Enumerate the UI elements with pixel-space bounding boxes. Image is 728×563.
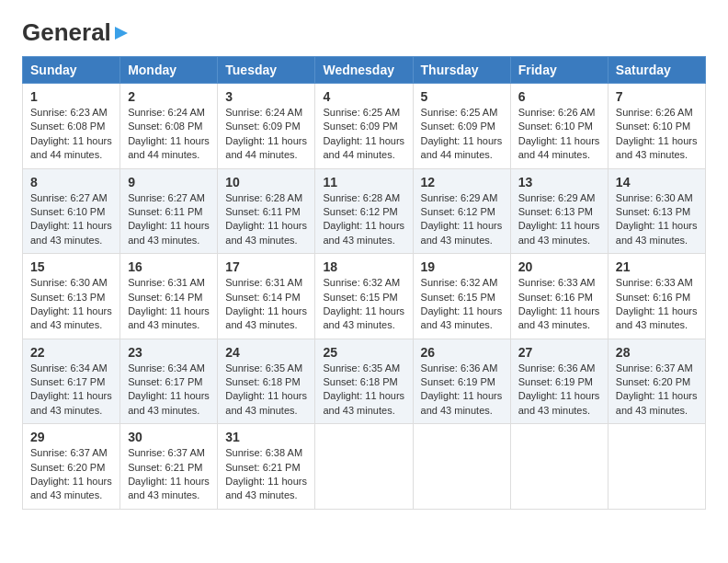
day-info: Sunrise: 6:32 AM Sunset: 6:15 PM Dayligh… xyxy=(421,276,503,333)
day-info: Sunrise: 6:26 AM Sunset: 6:10 PM Dayligh… xyxy=(518,106,600,163)
day-number: 30 xyxy=(128,430,210,444)
day-info: Sunrise: 6:36 AM Sunset: 6:19 PM Dayligh… xyxy=(518,362,600,419)
day-info: Sunrise: 6:37 AM Sunset: 6:20 PM Dayligh… xyxy=(616,362,698,419)
calendar-cell: 29 Sunrise: 6:37 AM Sunset: 6:20 PM Dayl… xyxy=(23,424,120,510)
calendar-cell: 31 Sunrise: 6:38 AM Sunset: 6:21 PM Dayl… xyxy=(218,424,315,510)
day-number: 8 xyxy=(30,175,112,190)
day-number: 31 xyxy=(225,430,307,444)
day-number: 22 xyxy=(30,345,112,360)
day-number: 4 xyxy=(323,89,404,104)
logo-arrow-icon xyxy=(113,25,130,41)
weekday-header-wednesday: Wednesday xyxy=(315,57,413,84)
calendar-cell xyxy=(608,424,705,510)
day-number: 23 xyxy=(128,345,210,360)
logo-general-text: General xyxy=(22,18,111,47)
day-number: 15 xyxy=(30,259,112,274)
day-info: Sunrise: 6:38 AM Sunset: 6:21 PM Dayligh… xyxy=(225,446,307,503)
calendar-cell: 8 Sunrise: 6:27 AM Sunset: 6:10 PM Dayli… xyxy=(23,168,120,254)
day-info: Sunrise: 6:37 AM Sunset: 6:21 PM Dayligh… xyxy=(128,446,210,503)
day-info: Sunrise: 6:23 AM Sunset: 6:08 PM Dayligh… xyxy=(30,106,112,163)
day-number: 5 xyxy=(421,89,503,104)
calendar-cell: 20 Sunrise: 6:33 AM Sunset: 6:16 PM Dayl… xyxy=(510,254,608,339)
day-number: 3 xyxy=(225,89,307,104)
day-number: 13 xyxy=(518,175,600,190)
weekday-header-sunday: Sunday xyxy=(23,57,120,84)
day-info: Sunrise: 6:27 AM Sunset: 6:10 PM Dayligh… xyxy=(30,191,112,248)
day-info: Sunrise: 6:30 AM Sunset: 6:13 PM Dayligh… xyxy=(616,191,698,248)
day-info: Sunrise: 6:31 AM Sunset: 6:14 PM Dayligh… xyxy=(225,276,307,333)
calendar-cell: 11 Sunrise: 6:28 AM Sunset: 6:12 PM Dayl… xyxy=(315,168,413,254)
calendar-week-row: 15 Sunrise: 6:30 AM Sunset: 6:13 PM Dayl… xyxy=(23,254,706,339)
calendar-cell: 7 Sunrise: 6:26 AM Sunset: 6:10 PM Dayli… xyxy=(608,84,705,169)
day-info: Sunrise: 6:27 AM Sunset: 6:11 PM Dayligh… xyxy=(128,191,210,248)
day-number: 11 xyxy=(323,175,404,190)
calendar-week-row: 8 Sunrise: 6:27 AM Sunset: 6:10 PM Dayli… xyxy=(23,168,706,254)
day-info: Sunrise: 6:26 AM Sunset: 6:10 PM Dayligh… xyxy=(616,106,698,163)
day-info: Sunrise: 6:24 AM Sunset: 6:08 PM Dayligh… xyxy=(128,106,210,163)
calendar-cell: 21 Sunrise: 6:33 AM Sunset: 6:16 PM Dayl… xyxy=(608,254,705,339)
calendar-cell: 28 Sunrise: 6:37 AM Sunset: 6:20 PM Dayl… xyxy=(608,339,705,424)
day-info: Sunrise: 6:33 AM Sunset: 6:16 PM Dayligh… xyxy=(616,276,698,333)
day-info: Sunrise: 6:29 AM Sunset: 6:12 PM Dayligh… xyxy=(421,191,503,248)
day-number: 2 xyxy=(128,89,210,104)
day-info: Sunrise: 6:34 AM Sunset: 6:17 PM Dayligh… xyxy=(128,362,210,419)
day-number: 12 xyxy=(421,175,503,190)
calendar-cell: 23 Sunrise: 6:34 AM Sunset: 6:17 PM Dayl… xyxy=(120,339,218,424)
calendar-cell: 10 Sunrise: 6:28 AM Sunset: 6:11 PM Dayl… xyxy=(218,168,315,254)
calendar-cell: 22 Sunrise: 6:34 AM Sunset: 6:17 PM Dayl… xyxy=(23,339,120,424)
day-number: 21 xyxy=(616,259,698,274)
day-info: Sunrise: 6:35 AM Sunset: 6:18 PM Dayligh… xyxy=(323,362,404,419)
day-info: Sunrise: 6:37 AM Sunset: 6:20 PM Dayligh… xyxy=(30,446,112,503)
page-header: General xyxy=(22,18,706,43)
calendar-cell: 15 Sunrise: 6:30 AM Sunset: 6:13 PM Dayl… xyxy=(23,254,120,339)
day-info: Sunrise: 6:36 AM Sunset: 6:19 PM Dayligh… xyxy=(421,362,503,419)
day-info: Sunrise: 6:29 AM Sunset: 6:13 PM Dayligh… xyxy=(518,191,600,248)
day-info: Sunrise: 6:34 AM Sunset: 6:17 PM Dayligh… xyxy=(30,362,112,419)
svg-marker-0 xyxy=(115,27,128,40)
day-number: 9 xyxy=(128,175,210,190)
day-number: 18 xyxy=(323,259,404,274)
day-number: 14 xyxy=(616,175,698,190)
calendar-cell xyxy=(315,424,413,510)
calendar-week-row: 22 Sunrise: 6:34 AM Sunset: 6:17 PM Dayl… xyxy=(23,339,706,424)
calendar-cell: 14 Sunrise: 6:30 AM Sunset: 6:13 PM Dayl… xyxy=(608,168,705,254)
day-number: 17 xyxy=(225,259,307,274)
calendar-week-row: 29 Sunrise: 6:37 AM Sunset: 6:20 PM Dayl… xyxy=(23,424,706,510)
weekday-header-friday: Friday xyxy=(510,57,608,84)
day-info: Sunrise: 6:24 AM Sunset: 6:09 PM Dayligh… xyxy=(225,106,307,163)
day-info: Sunrise: 6:33 AM Sunset: 6:16 PM Dayligh… xyxy=(518,276,600,333)
logo: General xyxy=(22,18,130,43)
calendar-cell: 3 Sunrise: 6:24 AM Sunset: 6:09 PM Dayli… xyxy=(218,84,315,169)
day-number: 25 xyxy=(323,345,404,360)
calendar-cell: 5 Sunrise: 6:25 AM Sunset: 6:09 PM Dayli… xyxy=(413,84,510,169)
day-info: Sunrise: 6:30 AM Sunset: 6:13 PM Dayligh… xyxy=(30,276,112,333)
day-number: 10 xyxy=(225,175,307,190)
day-number: 24 xyxy=(225,345,307,360)
weekday-header-monday: Monday xyxy=(120,57,218,84)
day-info: Sunrise: 6:25 AM Sunset: 6:09 PM Dayligh… xyxy=(421,106,503,163)
calendar-cell: 12 Sunrise: 6:29 AM Sunset: 6:12 PM Dayl… xyxy=(413,168,510,254)
calendar-cell: 18 Sunrise: 6:32 AM Sunset: 6:15 PM Dayl… xyxy=(315,254,413,339)
calendar-cell: 24 Sunrise: 6:35 AM Sunset: 6:18 PM Dayl… xyxy=(218,339,315,424)
day-number: 1 xyxy=(30,89,112,104)
calendar-cell: 4 Sunrise: 6:25 AM Sunset: 6:09 PM Dayli… xyxy=(315,84,413,169)
calendar-cell: 13 Sunrise: 6:29 AM Sunset: 6:13 PM Dayl… xyxy=(510,168,608,254)
calendar-cell: 25 Sunrise: 6:35 AM Sunset: 6:18 PM Dayl… xyxy=(315,339,413,424)
calendar-table: SundayMondayTuesdayWednesdayThursdayFrid… xyxy=(22,56,706,510)
day-info: Sunrise: 6:28 AM Sunset: 6:12 PM Dayligh… xyxy=(323,191,404,248)
day-number: 20 xyxy=(518,259,600,274)
day-info: Sunrise: 6:35 AM Sunset: 6:18 PM Dayligh… xyxy=(225,362,307,419)
calendar-cell xyxy=(510,424,608,510)
day-number: 26 xyxy=(421,345,503,360)
calendar-cell: 9 Sunrise: 6:27 AM Sunset: 6:11 PM Dayli… xyxy=(120,168,218,254)
calendar-header-row: SundayMondayTuesdayWednesdayThursdayFrid… xyxy=(23,57,706,84)
day-info: Sunrise: 6:31 AM Sunset: 6:14 PM Dayligh… xyxy=(128,276,210,333)
day-info: Sunrise: 6:28 AM Sunset: 6:11 PM Dayligh… xyxy=(225,191,307,248)
calendar-cell: 19 Sunrise: 6:32 AM Sunset: 6:15 PM Dayl… xyxy=(413,254,510,339)
day-number: 29 xyxy=(30,430,112,444)
day-number: 6 xyxy=(518,89,600,104)
calendar-week-row: 1 Sunrise: 6:23 AM Sunset: 6:08 PM Dayli… xyxy=(23,84,706,169)
weekday-header-thursday: Thursday xyxy=(413,57,510,84)
calendar-cell: 26 Sunrise: 6:36 AM Sunset: 6:19 PM Dayl… xyxy=(413,339,510,424)
day-number: 28 xyxy=(616,345,698,360)
